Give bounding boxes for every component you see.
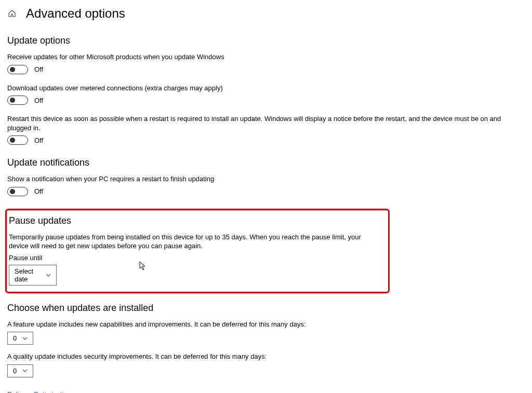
toggle-notifications[interactable] [7, 187, 28, 196]
toggle-row-restart: Off [7, 135, 525, 145]
highlight-pause-updates: Pause updates Temporarily pause updates … [5, 209, 390, 293]
toggle-row-notifications: Off [7, 187, 525, 196]
desc-opt-other-products: Receive updates for other Microsoft prod… [7, 52, 525, 62]
dropdown-quality-defer-value: 0 [13, 367, 17, 375]
section-choose-install: Choose when updates are installed A feat… [7, 303, 525, 377]
toggle-state-metered: Off [34, 97, 43, 104]
heading-update-notifications: Update notifications [7, 157, 525, 168]
heading-pause-updates: Pause updates [9, 215, 384, 226]
toggle-restart[interactable] [7, 135, 28, 145]
dropdown-feature-defer-value: 0 [13, 334, 17, 342]
toggle-metered[interactable] [7, 96, 28, 105]
toggle-row-other-products: Off [7, 65, 525, 74]
dropdown-quality-defer[interactable]: 0 [7, 364, 33, 377]
dropdown-pause-date[interactable]: Select date [9, 265, 57, 286]
page-header: Advanced options [7, 6, 525, 21]
toggle-state-notifications: Off [34, 187, 43, 195]
section-update-notifications: Update notifications Show a notification… [7, 157, 525, 196]
page-title: Advanced options [26, 6, 125, 21]
dropdown-pause-date-value: Select date [15, 267, 41, 283]
chevron-down-icon [22, 336, 28, 341]
desc-quality-update: A quality update includes security impro… [7, 352, 525, 361]
home-icon[interactable] [7, 9, 17, 18]
heading-choose-install: Choose when updates are installed [7, 303, 525, 314]
desc-feature-update: A feature update includes new capabiliti… [7, 320, 525, 329]
toggle-other-products[interactable] [7, 65, 28, 74]
chevron-down-icon [46, 273, 51, 278]
label-pause-until: Pause until [9, 254, 384, 262]
toggle-row-metered: Off [7, 96, 525, 105]
desc-notifications: Show a notification when your PC require… [7, 174, 525, 184]
desc-opt-metered: Download updates over metered connection… [7, 84, 525, 93]
chevron-down-icon [22, 368, 28, 373]
desc-pause-updates: Temporarily pause updates from being ins… [9, 233, 373, 251]
toggle-state-other-products: Off [34, 65, 43, 73]
toggle-state-restart: Off [34, 137, 43, 144]
dropdown-feature-defer[interactable]: 0 [7, 332, 33, 345]
section-update-options: Update options Receive updates for other… [7, 35, 525, 145]
link-delivery-optimization[interactable]: Delivery Optimization [7, 390, 71, 393]
heading-update-options: Update options [7, 35, 525, 46]
desc-opt-restart: Restart this device as soon as possible … [7, 114, 525, 132]
